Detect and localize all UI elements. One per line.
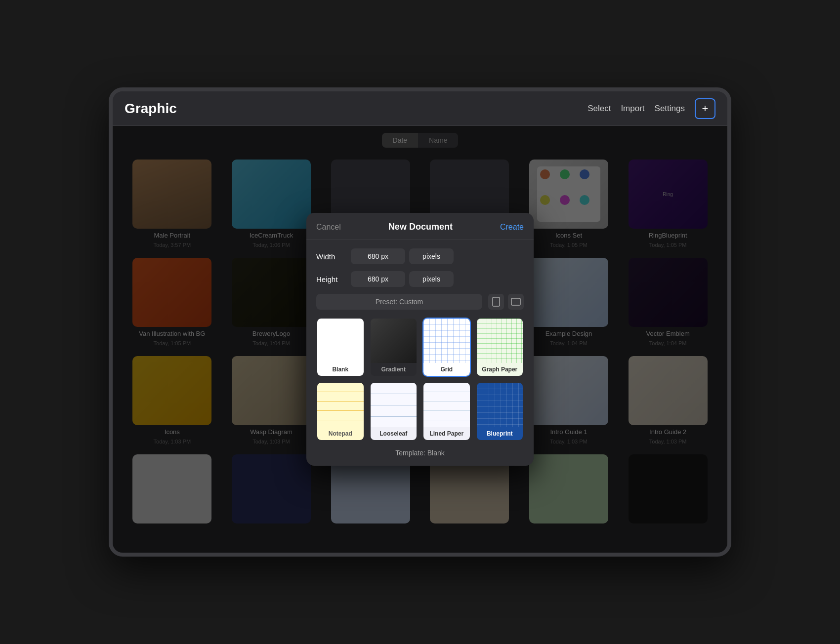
- select-button[interactable]: Select: [588, 104, 611, 114]
- settings-button[interactable]: Settings: [655, 104, 685, 114]
- gradient-preview: [371, 319, 417, 363]
- top-bar: Graphic Select Import Settings +: [113, 91, 727, 126]
- top-actions: Select Import Settings +: [588, 98, 715, 119]
- lined-paper-preview: [423, 383, 470, 427]
- preset-label: Preset: Custom: [316, 294, 482, 310]
- preset-row: Preset: Custom: [316, 294, 524, 310]
- preset-icon-group: [488, 294, 524, 310]
- modal-overlay: Cancel New Document Create Width pixels …: [113, 126, 727, 553]
- height-unit[interactable]: pixels: [409, 271, 454, 287]
- template-lined-paper[interactable]: Lined Paper: [422, 382, 471, 441]
- blueprint-label: Blueprint: [477, 427, 523, 440]
- gradient-label: Gradient: [371, 363, 417, 376]
- template-looseleaf[interactable]: Looseleaf: [370, 382, 418, 441]
- graph-paper-preview: [477, 319, 523, 363]
- notepad-preview: [317, 383, 364, 427]
- template-grid[interactable]: Grid: [422, 318, 471, 377]
- template-gradient[interactable]: Gradient: [370, 318, 418, 377]
- blueprint-preview: [477, 383, 523, 427]
- new-document-dialog: Cancel New Document Create Width pixels …: [306, 213, 534, 466]
- cancel-button[interactable]: Cancel: [316, 223, 341, 232]
- device-frame: Graphic Select Import Settings + Date Na…: [109, 87, 731, 557]
- template-blueprint[interactable]: Blueprint: [476, 382, 524, 441]
- app-title: Graphic: [125, 101, 177, 117]
- template-blank[interactable]: Blank: [316, 318, 365, 377]
- svg-rect-1: [511, 298, 520, 305]
- main-content: Date Name Male Portrait Today, 3:57 PM I…: [113, 126, 727, 553]
- height-row: Height pixels: [316, 271, 524, 287]
- template-notepad[interactable]: Notepad: [316, 382, 365, 441]
- width-input[interactable]: [351, 248, 405, 264]
- template-grid: Blank Gradient Grid: [316, 318, 524, 441]
- width-row: Width pixels: [316, 248, 524, 264]
- landscape-orientation-icon[interactable]: [508, 294, 524, 310]
- portrait-orientation-icon[interactable]: [488, 294, 504, 310]
- looseleaf-preview: [371, 383, 417, 427]
- dialog-header: Cancel New Document Create: [306, 213, 534, 240]
- template-footer: Template: Blank: [316, 447, 524, 457]
- blank-label: Blank: [317, 363, 364, 376]
- grid-preview: [423, 319, 470, 363]
- svg-rect-0: [493, 297, 500, 306]
- notepad-label: Notepad: [317, 427, 364, 440]
- grid-label: Grid: [423, 363, 470, 376]
- lined-paper-label: Lined Paper: [423, 427, 470, 440]
- looseleaf-label: Looseleaf: [371, 427, 417, 440]
- create-button[interactable]: Create: [500, 223, 524, 232]
- blank-preview: [317, 319, 364, 363]
- height-label: Height: [316, 275, 351, 283]
- graph-paper-label: Graph Paper: [477, 363, 523, 376]
- height-input[interactable]: [351, 271, 405, 287]
- template-graph-paper[interactable]: Graph Paper: [476, 318, 524, 377]
- import-button[interactable]: Import: [621, 104, 644, 114]
- width-label: Width: [316, 252, 351, 261]
- new-document-button[interactable]: +: [695, 98, 715, 119]
- dialog-title: New Document: [388, 222, 453, 232]
- dialog-body: Width pixels Height pixels Preset: Custo…: [306, 240, 534, 466]
- width-unit[interactable]: pixels: [409, 248, 454, 264]
